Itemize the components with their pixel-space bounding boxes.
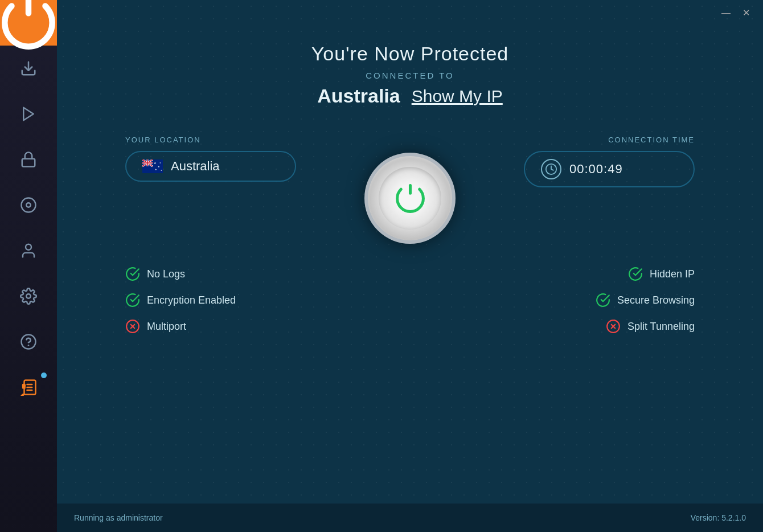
timer-box: 00:00:49	[524, 151, 695, 187]
power-button-inner	[379, 167, 441, 230]
connection-time-label: CONNECTION TIME	[608, 136, 695, 144]
location-box: ★ ★ ★ ★ ★ Australia	[125, 151, 296, 182]
help-icon	[20, 333, 37, 350]
svg-text:★: ★	[159, 162, 161, 164]
check-circle-icon-4	[596, 293, 610, 308]
feature-multiport: Multiport	[125, 319, 342, 334]
news-icon	[20, 379, 37, 396]
power-button-icon	[395, 183, 426, 214]
sidebar-item-download[interactable]	[0, 46, 57, 91]
clock-icon	[541, 159, 561, 179]
titlebar: — ✕	[57, 0, 763, 26]
sidebar-item-news[interactable]	[0, 365, 57, 410]
statusbar: Running as administrator Version: 5.2.1.…	[57, 504, 763, 532]
check-circle-icon-3	[628, 267, 643, 281]
sidebar-item-account[interactable]	[0, 228, 57, 273]
sidebar-item-ip[interactable]	[0, 182, 57, 228]
news-badge	[41, 373, 47, 378]
feature-hidden-ip: Hidden IP	[628, 267, 695, 281]
svg-marker-1	[23, 108, 34, 121]
version-text: Version: 5.2.1.0	[691, 513, 746, 522]
check-circle-icon	[125, 267, 140, 281]
connected-country: Australia	[317, 85, 400, 107]
sidebar	[0, 0, 57, 532]
feature-hidden-ip-label: Hidden IP	[650, 268, 695, 280]
feature-secure-browsing-label: Secure Browsing	[617, 294, 695, 306]
sidebar-item-help[interactable]	[0, 319, 57, 365]
timer-panel: CONNECTION TIME 00:00:49	[478, 136, 695, 187]
connected-to-label: CONNECTED TO	[366, 71, 454, 80]
feature-no-logs: No Logs	[125, 267, 342, 281]
svg-point-5	[26, 244, 31, 250]
connected-location-row: Australia Show My IP	[317, 85, 503, 107]
content-area: You're Now Protected CONNECTED TO Austra…	[57, 26, 763, 504]
x-circle-icon-2	[606, 319, 621, 334]
account-icon	[20, 242, 37, 259]
feature-secure-browsing: Secure Browsing	[596, 293, 695, 308]
ip-location-icon	[20, 197, 37, 214]
svg-rect-12	[23, 384, 25, 387]
protected-title: You're Now Protected	[311, 43, 509, 65]
svg-point-4	[26, 203, 31, 207]
center-spacer	[342, 267, 478, 334]
feature-encryption: Encryption Enabled	[125, 293, 342, 308]
power-icon	[0, 0, 57, 51]
admin-status-text: Running as administrator	[74, 513, 163, 522]
feature-split-tunneling-label: Split Tunneling	[627, 321, 695, 333]
svg-text:★: ★	[161, 169, 162, 171]
features-left: No Logs Encryption Enabled Multipor	[125, 267, 342, 334]
features-row: No Logs Encryption Enabled Multipor	[57, 267, 763, 334]
sidebar-item-power[interactable]	[0, 0, 57, 46]
sidebar-item-lock[interactable]	[0, 137, 57, 182]
main-content: — ✕ You're Now Protected CONNECTED TO Au…	[57, 0, 763, 532]
svg-rect-13	[23, 387, 25, 388]
your-location-label: YOUR LOCATION	[125, 136, 201, 144]
lock-icon	[20, 151, 37, 168]
play-icon	[20, 105, 37, 122]
feature-no-logs-label: No Logs	[147, 268, 185, 280]
svg-point-6	[26, 294, 31, 298]
download-icon	[20, 60, 37, 77]
middle-row: YOUR LOCATION	[57, 136, 763, 244]
svg-point-3	[22, 198, 36, 212]
sidebar-item-settings[interactable]	[0, 273, 57, 319]
x-circle-icon	[125, 319, 140, 334]
location-name: Australia	[171, 159, 220, 174]
check-circle-icon-2	[125, 293, 140, 308]
sidebar-item-play[interactable]	[0, 91, 57, 137]
location-panel: YOUR LOCATION	[125, 136, 342, 182]
timer-value: 00:00:49	[569, 162, 623, 177]
close-button[interactable]: ✕	[737, 5, 754, 22]
svg-text:★: ★	[155, 168, 157, 171]
australia-flag-icon: ★ ★ ★ ★ ★	[142, 159, 163, 173]
svg-rect-2	[22, 159, 35, 167]
disconnect-button[interactable]	[364, 153, 456, 244]
clock-svg	[545, 163, 557, 175]
feature-multiport-label: Multiport	[147, 321, 186, 333]
power-button-area	[342, 153, 478, 244]
settings-icon	[20, 288, 37, 305]
features-right: Hidden IP Secure Browsing Split Tun	[478, 267, 695, 334]
feature-encryption-label: Encryption Enabled	[147, 294, 236, 306]
minimize-button[interactable]: —	[717, 5, 735, 22]
svg-text:★: ★	[158, 165, 160, 168]
feature-split-tunneling: Split Tunneling	[606, 319, 695, 334]
show-my-ip-button[interactable]: Show My IP	[412, 87, 503, 106]
